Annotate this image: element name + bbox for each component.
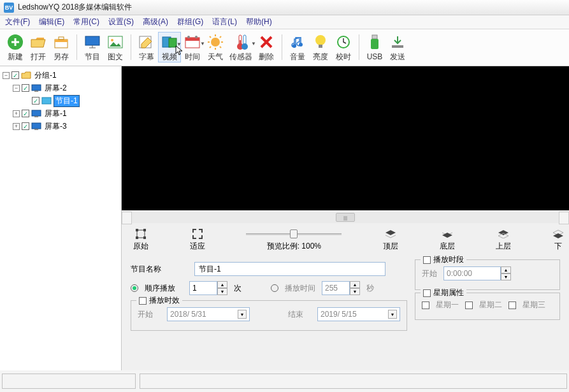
project-tree[interactable]: − ✓ 分组-1 − ✓ 屏幕-2 ✓ 节目-1 + ✓ 屏幕-1 + ✓ 屏幕… xyxy=(0,66,122,370)
menubar: 文件(F) 编辑(E) 常用(C) 设置(S) 高级(A) 群组(G) 语言(L… xyxy=(0,15,569,29)
horizontal-scrollbar[interactable]: ||| xyxy=(122,212,569,223)
sensor-button[interactable]: 传感器 ▼ xyxy=(227,32,255,62)
fit-button[interactable]: 适应 xyxy=(190,229,205,252)
expand-icon xyxy=(192,229,203,238)
svg-rect-4 xyxy=(85,36,99,45)
new-button[interactable]: 新建 xyxy=(4,32,27,62)
menu-settings[interactable]: 设置(S) xyxy=(108,17,134,27)
open-button[interactable]: 打开 xyxy=(27,32,50,62)
svg-rect-40 xyxy=(143,236,146,239)
menu-file[interactable]: 文件(F) xyxy=(5,17,30,27)
download-icon xyxy=(389,33,407,51)
titlebar: BV LedshowYQ 2018多媒体编辑软件 xyxy=(0,0,569,15)
checkbox[interactable]: ✓ xyxy=(22,84,29,92)
program-name-label: 节目名称 xyxy=(131,264,188,275)
expand-icon[interactable]: + xyxy=(13,110,20,117)
layer-down-button[interactable]: 下 xyxy=(552,229,564,252)
program-name-input[interactable] xyxy=(194,262,385,276)
layer-up-button[interactable]: 上层 xyxy=(496,229,511,252)
svg-rect-38 xyxy=(143,229,146,231)
checkbox[interactable]: ✓ xyxy=(22,122,29,130)
period-checkbox[interactable] xyxy=(423,256,431,264)
time-button[interactable]: 时间 ▼ xyxy=(181,32,204,62)
svg-rect-32 xyxy=(32,110,41,116)
tree-screen[interactable]: − ✓ 屏幕-2 xyxy=(1,82,120,94)
play-effect-group: 播放时效 开始 2018/ 5/31▼ 结束 2019/ 5/15▼ xyxy=(131,300,407,331)
collapse-icon[interactable]: − xyxy=(3,72,10,79)
x-icon xyxy=(257,33,275,51)
svg-point-22 xyxy=(315,35,326,45)
zoom-controls: 原始 适应 预览比例: 100% 顶层 底层 上层 xyxy=(122,223,569,256)
status-cell xyxy=(140,374,567,389)
expand-icon[interactable]: + xyxy=(13,123,20,130)
subtitle-button[interactable]: 字幕 xyxy=(135,32,158,62)
volume-button[interactable]: 音量 xyxy=(286,32,309,62)
checkbox[interactable]: ✓ xyxy=(11,71,19,79)
preview-canvas[interactable] xyxy=(122,66,569,210)
wednesday-checkbox[interactable] xyxy=(508,301,516,309)
image-button[interactable]: 图文 xyxy=(104,32,127,62)
svg-rect-2 xyxy=(55,40,68,42)
program-icon xyxy=(41,96,52,105)
status-cell xyxy=(2,374,136,389)
original-size-button[interactable]: 原始 xyxy=(133,229,148,252)
seq-times-spinner[interactable]: ▲▼ xyxy=(189,281,227,295)
layer-up-icon xyxy=(498,229,509,238)
picture-icon xyxy=(106,33,124,51)
tree-screen[interactable]: + ✓ 屏幕-1 xyxy=(1,107,120,120)
weather-button[interactable]: 天气 xyxy=(204,32,227,62)
tree-program[interactable]: ✓ 节目-1 xyxy=(1,94,120,107)
bulb-icon xyxy=(312,33,329,51)
edit-icon xyxy=(138,33,155,51)
video-button[interactable]: 视频 ▼ xyxy=(158,32,181,62)
clocksync-button[interactable]: 校时 xyxy=(332,32,355,62)
duration-radio[interactable] xyxy=(271,284,278,292)
layer-top-button[interactable]: 顶层 xyxy=(383,229,398,252)
svg-point-20 xyxy=(292,44,296,48)
svg-rect-28 xyxy=(392,45,403,48)
monday-checkbox[interactable] xyxy=(422,301,429,309)
duration-spinner[interactable]: ▲▼ xyxy=(322,281,360,295)
sun-icon xyxy=(206,33,224,51)
main-panel: ||| 原始 适应 预览比例: 100% 顶层 底层 xyxy=(122,66,569,370)
app-logo: BV xyxy=(4,3,14,13)
start-date-picker[interactable]: 2018/ 5/31▼ xyxy=(167,307,250,321)
tree-screen[interactable]: + ✓ 屏幕-3 xyxy=(1,120,120,133)
tuesday-checkbox[interactable] xyxy=(465,301,473,309)
checkbox[interactable]: ✓ xyxy=(32,97,40,105)
svg-point-14 xyxy=(211,38,220,47)
status-bar xyxy=(0,370,569,392)
brightness-button[interactable]: 亮度 xyxy=(309,32,332,62)
menu-common[interactable]: 常用(C) xyxy=(73,17,99,27)
week-checkbox[interactable] xyxy=(423,289,431,297)
zoom-slider[interactable] xyxy=(246,229,342,238)
usb-icon xyxy=(366,33,384,51)
end-date-picker[interactable]: 2019/ 5/15▼ xyxy=(317,307,400,321)
menu-advanced[interactable]: 高级(A) xyxy=(143,17,168,27)
seq-radio[interactable] xyxy=(131,284,138,292)
delete-button[interactable]: 删除 xyxy=(255,32,278,62)
effect-checkbox[interactable] xyxy=(139,297,147,305)
tree-group[interactable]: − ✓ 分组-1 xyxy=(1,69,120,82)
layer-bottom-icon xyxy=(442,229,453,238)
period-start-spinner[interactable]: ▲▼ xyxy=(443,266,511,280)
briefcase-icon xyxy=(52,33,70,51)
checkbox[interactable]: ✓ xyxy=(22,110,29,117)
program-button[interactable]: 节目 xyxy=(81,32,104,62)
screen-icon xyxy=(83,33,101,51)
usb-button[interactable]: USB xyxy=(363,32,386,62)
svg-rect-30 xyxy=(34,91,38,92)
crop-icon xyxy=(135,229,147,238)
menu-help[interactable]: 帮助(H) xyxy=(246,17,272,27)
menu-group[interactable]: 群组(G) xyxy=(177,17,203,27)
collapse-icon[interactable]: − xyxy=(13,85,20,92)
menu-language[interactable]: 语言(L) xyxy=(212,17,237,27)
saveas-button[interactable]: 另存 xyxy=(50,32,73,62)
monitor-icon xyxy=(31,83,41,92)
send-button[interactable]: 发送 xyxy=(386,32,409,62)
svg-rect-33 xyxy=(34,116,38,117)
svg-rect-29 xyxy=(32,85,41,91)
layer-bottom-button[interactable]: 底层 xyxy=(440,229,455,252)
menu-edit[interactable]: 编辑(E) xyxy=(39,17,64,27)
folder-icon xyxy=(21,71,31,80)
